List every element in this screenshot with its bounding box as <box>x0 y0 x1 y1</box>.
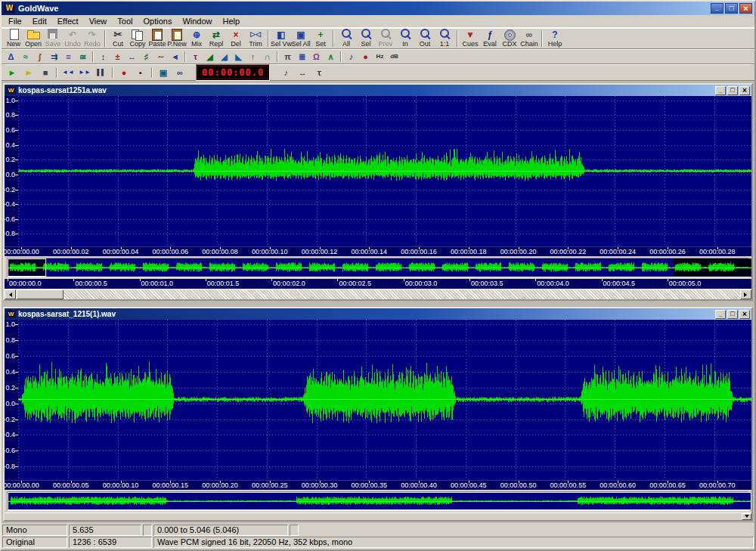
offset-button[interactable]: ± <box>110 51 125 63</box>
playback-control-button[interactable]: ♪ <box>344 51 358 63</box>
waveform-display[interactable] <box>18 320 751 480</box>
noise-gate-button[interactable]: π <box>280 51 295 63</box>
record-pause-button[interactable]: ▪ <box>132 67 149 79</box>
volume-button[interactable]: ♪ <box>277 67 294 79</box>
eval-icon: ƒ <box>482 29 498 40</box>
fast-forward-button[interactable]: ►► <box>76 67 93 79</box>
pan-button[interactable]: ↔ <box>125 51 139 63</box>
pitch-button[interactable]: ♯ <box>139 51 153 63</box>
1-1-button[interactable]: 1:1 <box>435 29 454 48</box>
titlebar[interactable]: W GoldWave <box>2 2 754 15</box>
menu-tool[interactable]: Tool <box>112 16 138 26</box>
wave-window-1: W kospas-sarsat1251a.wav 1.00.80.60.40.2… <box>3 83 753 301</box>
menu-file[interactable]: File <box>3 16 27 26</box>
scrollbar-thumb[interactable] <box>17 289 64 299</box>
scroll-right-button[interactable] <box>740 289 751 299</box>
interpolate-button[interactable]: ∧ <box>324 51 338 63</box>
echo-button[interactable]: ⇉ <box>47 51 61 63</box>
speed-button[interactable]: τ <box>311 67 327 79</box>
sel-button[interactable]: Sel <box>356 29 376 48</box>
minimize-button[interactable] <box>711 3 723 14</box>
monitor-button[interactable]: ▣ <box>155 67 172 79</box>
cdx-button[interactable]: CDX <box>500 29 519 48</box>
repl-button[interactable]: ⇄Repl <box>206 29 226 48</box>
sel-vw-button[interactable]: ◧Sel Vw <box>271 29 291 48</box>
menu-help[interactable]: Help <box>218 16 246 26</box>
volume-button[interactable]: ◢ <box>203 51 217 63</box>
flanger-button[interactable]: ≅ <box>76 51 90 63</box>
child-maximize-button[interactable] <box>727 86 738 95</box>
horizontal-scrollbar[interactable] <box>5 289 751 299</box>
level-display-button[interactable]: dB <box>387 51 401 63</box>
cues-button[interactable]: ▼Cues <box>460 29 480 48</box>
paste-button[interactable]: Paste <box>147 29 167 48</box>
axis-tick <box>15 340 18 341</box>
maximize-button[interactable] <box>725 3 738 14</box>
wave-window-2-titlebar[interactable]: W kospas-sarsat_1215(1).wav <box>5 308 751 320</box>
mechanize-button[interactable]: Ω <box>309 51 324 63</box>
loop-button[interactable]: ∞ <box>172 67 188 79</box>
mix-button[interactable]: ⊕Mix <box>187 29 206 48</box>
compressor-button[interactable]: Δ <box>4 51 18 63</box>
child-close-button[interactable] <box>739 86 750 95</box>
frequency-display-button[interactable]: Hz <box>373 51 387 63</box>
menu-effect[interactable]: Effect <box>52 16 84 26</box>
menu-options[interactable]: Options <box>138 16 177 26</box>
del-button[interactable]: ×Del <box>226 29 246 48</box>
trim-button[interactable]: ▷◁Trim <box>246 29 265 48</box>
toolbar-button-label: P.New <box>167 40 186 48</box>
waveform-display[interactable] <box>18 96 751 246</box>
wave-window-1-titlebar[interactable]: W kospas-sarsat1251a.wav <box>5 85 751 96</box>
invert-button[interactable]: ↕ <box>96 51 110 63</box>
maximize-volume-button[interactable]: ↑ <box>246 51 260 63</box>
in-button[interactable]: In <box>395 29 415 48</box>
copy-button[interactable]: Copy <box>128 29 147 48</box>
play-button[interactable]: ► <box>4 67 20 79</box>
pan-icon: ↔ <box>128 53 136 61</box>
all-button[interactable]: All <box>336 29 356 48</box>
doppler-button[interactable]: ≈ <box>18 51 33 63</box>
record-control-button[interactable]: ● <box>358 51 373 63</box>
child-close-button[interactable] <box>739 310 750 319</box>
rewind-button[interactable]: ◄◄ <box>60 67 76 79</box>
axis-tick <box>602 279 603 281</box>
child-minimize-button[interactable] <box>715 310 726 319</box>
menu-view[interactable]: View <box>84 16 113 26</box>
overview-strip[interactable] <box>8 258 751 277</box>
child-minimize-button[interactable] <box>715 86 726 95</box>
dynamics-button[interactable]: ∫ <box>33 51 47 63</box>
help-button[interactable]: ?Help <box>545 29 565 48</box>
menu-window[interactable]: Window <box>177 16 217 26</box>
pause-button[interactable]: ▌▌ <box>93 67 110 79</box>
scroll-down-button[interactable] <box>742 513 751 520</box>
chain-button[interactable]: ∞Chain <box>519 29 539 48</box>
out-button[interactable]: Out <box>415 29 435 48</box>
time-warp-button[interactable]: τ <box>188 51 203 63</box>
eval-button[interactable]: ƒEval <box>480 29 500 48</box>
scroll-left-button[interactable] <box>5 289 16 299</box>
amplitude-tick-label: 0.6 <box>5 127 15 134</box>
fade-out-button[interactable]: ◣ <box>231 51 246 63</box>
new-button[interactable]: New <box>4 29 23 48</box>
child-maximize-button[interactable] <box>727 310 738 319</box>
balance-button[interactable]: ↔ <box>294 67 311 79</box>
mag-icon <box>377 29 394 40</box>
stop-button[interactable]: ■ <box>37 67 54 79</box>
open-button[interactable]: Open <box>23 29 43 48</box>
resample-button[interactable]: ∼ <box>153 51 168 63</box>
equalizer-button[interactable]: ≣ <box>295 51 309 63</box>
menu-edit[interactable]: Edit <box>27 16 52 26</box>
close-button[interactable] <box>739 3 752 14</box>
overview-strip[interactable] <box>8 492 751 510</box>
play-all-button[interactable]: ► <box>20 67 37 79</box>
set-button[interactable]: +Set <box>311 29 330 48</box>
toolbar-separator <box>56 67 57 78</box>
reverse-button[interactable]: ◄ <box>168 51 182 63</box>
cut-button[interactable]: ✂Cut <box>108 29 128 48</box>
shape-volume-button[interactable]: ∩ <box>260 51 274 63</box>
record-button[interactable]: ● <box>116 67 132 79</box>
sel-all-button[interactable]: ▣Sel All <box>291 29 311 48</box>
p-new-button[interactable]: P.New <box>167 29 187 48</box>
fade-in-button[interactable]: ◢ <box>217 51 231 63</box>
filter-button[interactable]: ≡ <box>61 51 76 63</box>
